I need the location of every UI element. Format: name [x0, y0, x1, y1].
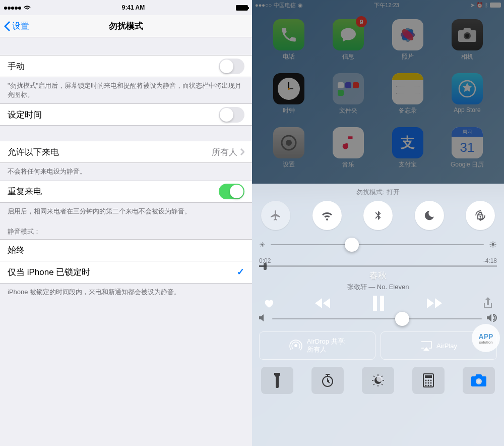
carrier-label: 中国电信: [274, 2, 296, 9]
scheduled-cell[interactable]: 设定时间: [0, 103, 252, 126]
app-label: 相机: [461, 52, 473, 61]
always-label: 始终: [8, 244, 244, 256]
night-shift-button[interactable]: [362, 367, 394, 394]
app-phone[interactable]: 电话: [264, 19, 313, 61]
always-cell[interactable]: 始终: [0, 239, 252, 261]
svg-point-31: [425, 385, 427, 386]
app-notes[interactable]: 备忘录: [383, 73, 432, 115]
song-artist: 张敬轩 — No. Eleven: [259, 283, 497, 292]
battery-icon: [490, 3, 501, 8]
app-settings[interactable]: 设置: [264, 127, 313, 169]
app-message[interactable]: 9信息: [324, 19, 373, 61]
svg-rect-18: [380, 296, 384, 311]
repeat-calls-cell[interactable]: 重复来电: [0, 181, 252, 203]
svg-point-27: [430, 380, 432, 381]
dnd-toggle[interactable]: [415, 201, 444, 230]
manual-switch[interactable]: [219, 59, 244, 74]
app-label: 电话: [283, 52, 295, 61]
location-icon: ➤: [470, 2, 475, 9]
app-label: 信息: [342, 52, 354, 61]
timer-button[interactable]: [311, 367, 344, 394]
home-control-screen: ●●●○○ 中国电信 ◉ 下午12:23 ➤ ⏰ ᛒ 电话9信息照片相机时钟文件…: [252, 0, 504, 446]
checkmark-icon: ✓: [237, 266, 244, 277]
nav-bar: 设置 勿扰模式: [0, 15, 252, 37]
bluetooth-toggle[interactable]: [363, 201, 393, 230]
allow-calls-cell[interactable]: 允许以下来电 所有人: [0, 141, 252, 163]
next-button[interactable]: [425, 297, 443, 309]
brightness-slider-row: ☀ ☀: [259, 239, 497, 250]
brightness-slider[interactable]: [271, 244, 484, 245]
wifi-icon: ◉: [298, 2, 303, 9]
airplay-label: AirPlay: [436, 342, 457, 350]
flashlight-button[interactable]: [261, 367, 293, 394]
app-photos[interactable]: 照片: [383, 19, 432, 61]
app-alipay[interactable]: 支支付宝: [383, 127, 432, 169]
airdrop-label: AirDrop 共享:: [307, 338, 346, 346]
airplane-toggle[interactable]: [261, 201, 290, 230]
app-label: 音乐: [342, 160, 354, 169]
app-folder[interactable]: 文件夹: [324, 73, 373, 115]
previous-button[interactable]: [314, 297, 332, 309]
app-label: 照片: [402, 52, 414, 61]
locked-cell[interactable]: 仅当 iPhone 已锁定时 ✓: [0, 261, 252, 284]
svg-rect-24: [425, 375, 432, 378]
repeat-calls-note: 启用后，相同来电者在三分钟内的第二个来电不会被设为静音。: [0, 203, 252, 220]
svg-point-13: [288, 88, 290, 90]
signal-dots-icon: [4, 4, 22, 11]
control-center: 勿扰模式: 打开 ☀ ☀ 0:02 -4:18 春秋 张敬轩 — No. Ele: [252, 184, 504, 446]
allow-calls-value: 所有人: [212, 146, 237, 158]
svg-point-34: [477, 380, 480, 383]
home-screen-dimmed: ●●●○○ 中国电信 ◉ 下午12:23 ➤ ⏰ ᛒ 电话9信息照片相机时钟文件…: [252, 0, 504, 189]
repeat-calls-switch[interactable]: [219, 184, 244, 199]
battery-icon: [236, 5, 248, 11]
back-button[interactable]: 设置: [0, 20, 29, 32]
wifi-toggle[interactable]: [312, 201, 342, 230]
svg-point-16: [286, 140, 292, 146]
chevron-right-icon: [240, 148, 244, 155]
rotation-lock-toggle[interactable]: [466, 201, 495, 230]
camera-button[interactable]: [463, 367, 495, 394]
app-label: 支付宝: [399, 160, 417, 169]
svg-point-33: [430, 385, 432, 386]
brightness-high-icon: ☀: [489, 239, 497, 250]
airdrop-button[interactable]: AirDrop 共享: 所有人: [259, 331, 375, 360]
status-bar: ●●●○○ 中国电信 ◉ 下午12:23 ➤ ⏰ ᛒ: [252, 0, 504, 10]
app-appstore[interactable]: App Store: [443, 73, 492, 115]
back-label: 设置: [12, 20, 29, 32]
scheduled-label: 设定时间: [8, 109, 219, 121]
manual-cell[interactable]: 手动: [0, 55, 252, 77]
app-camera[interactable]: 相机: [443, 19, 492, 61]
app-clock[interactable]: 时钟: [264, 73, 313, 115]
badge: 9: [356, 16, 367, 27]
app-label: 设置: [283, 160, 295, 169]
svg-point-28: [425, 382, 427, 384]
app-label: Google 日历: [451, 160, 484, 169]
volume-slider[interactable]: [272, 318, 482, 319]
svg-point-32: [428, 385, 429, 386]
play-pause-button[interactable]: [372, 296, 385, 311]
svg-rect-17: [373, 296, 377, 311]
share-button[interactable]: [483, 297, 493, 309]
playback-scrubber[interactable]: [259, 265, 497, 267]
calculator-button[interactable]: [412, 367, 445, 394]
app-label: App Store: [454, 106, 480, 114]
airdrop-icon: [289, 339, 303, 353]
status-bar: 9:41 AM: [0, 0, 252, 15]
svg-point-25: [425, 380, 427, 381]
scheduled-switch[interactable]: [219, 107, 244, 123]
app-music[interactable]: 音乐: [324, 127, 373, 169]
volume-low-icon: [259, 314, 267, 323]
watermark: APPsolution: [472, 324, 500, 352]
locked-label: 仅当 iPhone 已锁定时: [8, 266, 237, 278]
app-calendar[interactable]: 周四31Google 日历: [443, 127, 492, 169]
alarm-icon: ⏰: [476, 2, 483, 9]
app-label: 时钟: [283, 106, 295, 115]
svg-point-30: [430, 382, 432, 384]
status-time: 9:41 AM: [122, 4, 145, 11]
brightness-low-icon: ☀: [259, 241, 266, 249]
signal-dots-icon: ●●●○○: [255, 2, 272, 8]
svg-point-9: [465, 34, 469, 38]
svg-point-29: [428, 382, 429, 384]
like-button[interactable]: [263, 298, 274, 309]
remaining-time: -4:18: [483, 257, 497, 264]
